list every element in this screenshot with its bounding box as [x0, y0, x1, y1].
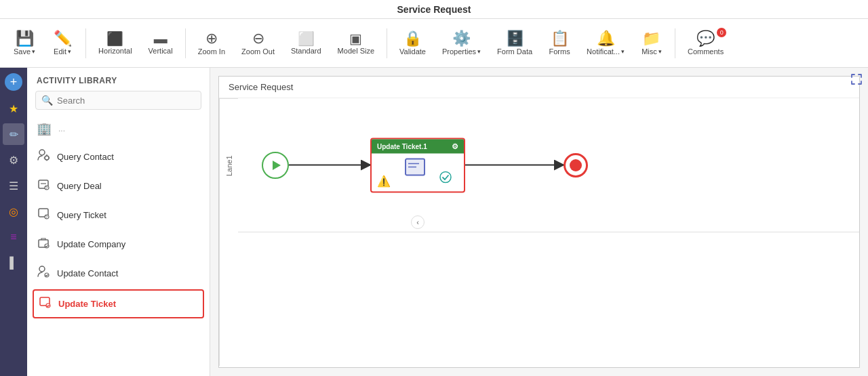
- update-company-label: Update Company: [57, 239, 125, 249]
- end-node-inner: [570, 159, 582, 171]
- model-size-icon: ▣: [349, 32, 362, 45]
- rail-circle-icon[interactable]: ◎: [3, 201, 24, 222]
- edit-icon: ✏️: [54, 31, 72, 46]
- lane2-label: [219, 232, 238, 366]
- sidebar-item-query-ticket[interactable]: ? Query Ticket: [27, 201, 210, 230]
- validate-icon: 🔒: [403, 31, 422, 46]
- search-box[interactable]: 🔍: [35, 91, 201, 110]
- standard-icon: ⬜: [298, 32, 315, 45]
- update-ticket-label: Update Ticket: [58, 299, 116, 309]
- partial-icon: 🏢: [37, 121, 52, 136]
- svg-text:?: ?: [45, 215, 48, 220]
- form-data-icon: 🗄️: [506, 31, 524, 46]
- sidebar-item-update-contact[interactable]: Update Contact: [27, 259, 210, 288]
- sidebar-item-query-contact[interactable]: Query Contact: [27, 142, 210, 171]
- notifications-button[interactable]: 🔔 Notificat... ▾: [580, 24, 631, 63]
- validate-button[interactable]: 🔒 Validate: [393, 24, 433, 63]
- activity-node-header: Update Ticket.1 ⚙: [372, 139, 464, 153]
- forms-icon: 📋: [551, 31, 569, 46]
- misc-button[interactable]: 📁 Misc ▾: [634, 24, 669, 63]
- lane2-row: [238, 232, 859, 366]
- forms-button[interactable]: 📋 Forms: [542, 24, 577, 63]
- query-contact-label: Query Contact: [57, 152, 114, 162]
- sidebar-item-partial[interactable]: 🏢 ...: [27, 115, 210, 142]
- zoom-out-icon: ⊖: [252, 31, 264, 46]
- properties-icon: ⚙️: [452, 31, 471, 46]
- update-contact-label: Update Contact: [57, 268, 118, 278]
- end-node[interactable]: [564, 153, 588, 177]
- form-data-button[interactable]: 🗄️ Form Data: [490, 24, 539, 63]
- toolbar: 💾 Save ▾ ✏️ Edit ▾ ⬛ Horizontal ▬ Vertic…: [0, 19, 868, 68]
- horizontal-icon: ⬛: [106, 32, 123, 45]
- svg-point-12: [45, 273, 49, 277]
- standard-button[interactable]: ⬜ Standard: [284, 24, 328, 63]
- lane1-label: Lane1: [219, 98, 238, 232]
- rail-star-icon[interactable]: ★: [3, 98, 24, 119]
- update-company-icon: [37, 236, 50, 253]
- svg-point-11: [39, 266, 45, 272]
- fullscreen-button[interactable]: [850, 73, 863, 89]
- comments-button[interactable]: 💬 0 Comments: [681, 24, 730, 63]
- activity-gear-icon[interactable]: ⚙: [452, 142, 458, 150]
- rail-edit-icon[interactable]: ✏: [3, 123, 24, 145]
- svg-point-14: [46, 304, 50, 308]
- sidebar-item-update-company[interactable]: Update Company: [27, 230, 210, 259]
- search-input[interactable]: [57, 96, 195, 106]
- vertical-icon: ▬: [154, 32, 167, 45]
- sidebar-header: ACTIVITY LIBRARY: [27, 68, 210, 91]
- horizontal-button[interactable]: ⬛ Horizontal: [92, 24, 139, 63]
- lane-area: Lane1: [219, 98, 859, 366]
- rail-add-icon[interactable]: +: [5, 73, 22, 91]
- rail-tag-icon[interactable]: ⚙: [3, 149, 24, 171]
- zoom-in-button[interactable]: ⊕ Zoom In: [191, 24, 232, 63]
- misc-icon: 📁: [642, 31, 660, 46]
- model-size-button[interactable]: ▣ Model Size: [331, 24, 381, 63]
- activity-node-body: ⚠️: [372, 153, 464, 191]
- properties-button[interactable]: ⚙️ Properties ▾: [435, 24, 488, 63]
- separator-4: [675, 28, 675, 58]
- search-icon: 🔍: [41, 95, 53, 106]
- query-ticket-icon: ?: [37, 207, 50, 224]
- activity-node-title: Update Ticket.1: [377, 142, 427, 150]
- flow-arrows: [238, 98, 859, 232]
- main-layout: + ★ ✏ ⚙ ☰ ◎ ≡ ▌ ACTIVITY LIBRARY 🔍 🏢 ...: [0, 68, 868, 376]
- save-button[interactable]: 💾 Save ▾: [7, 24, 42, 63]
- rail-bar-icon[interactable]: ▌: [3, 252, 24, 274]
- activity-sub-icon: [439, 171, 452, 186]
- activity-node-update-ticket[interactable]: Update Ticket.1 ⚙: [370, 138, 465, 192]
- query-deal-label: Query Deal: [57, 181, 102, 191]
- zoom-in-icon: ⊕: [205, 31, 218, 46]
- zoom-out-button[interactable]: ⊖ Zoom Out: [235, 24, 281, 63]
- sidebar: ACTIVITY LIBRARY 🔍 🏢 ...: [27, 68, 210, 376]
- warning-icon: ⚠️: [377, 174, 391, 187]
- canvas-title: Service Request: [219, 77, 859, 98]
- separator-2: [185, 28, 186, 58]
- comments-badge: 0: [717, 28, 726, 37]
- vertical-button[interactable]: ▬ Vertical: [142, 24, 180, 63]
- edit-button[interactable]: ✏️ Edit ▾: [45, 24, 80, 63]
- start-node[interactable]: [262, 152, 289, 179]
- separator-1: [85, 28, 86, 58]
- collapse-sidebar-button[interactable]: ‹: [411, 215, 425, 229]
- save-icon: 💾: [16, 31, 34, 46]
- svg-point-0: [39, 150, 45, 155]
- canvas-container: Service Request Lane1: [218, 76, 860, 368]
- page-title: Service Request: [397, 4, 471, 15]
- lane-content: Update Ticket.1 ⚙: [238, 98, 859, 366]
- svg-point-1: [45, 156, 49, 160]
- lane1-row: Update Ticket.1 ⚙: [238, 98, 859, 232]
- activity-main-icon: [404, 157, 431, 187]
- query-contact-icon: [37, 148, 50, 165]
- svg-point-10: [45, 244, 49, 248]
- update-ticket-icon: [38, 295, 52, 312]
- sidebar-list: 🏢 ... Query Contact: [27, 115, 210, 376]
- title-bar: Service Request: [0, 0, 868, 19]
- lane-labels: Lane1: [219, 98, 238, 366]
- separator-3: [387, 28, 387, 58]
- rail-list2-icon[interactable]: ≡: [3, 226, 24, 248]
- sidebar-item-query-deal[interactable]: ? Query Deal: [27, 171, 210, 201]
- update-contact-icon: [37, 265, 50, 282]
- query-deal-icon: ?: [37, 177, 50, 194]
- sidebar-item-update-ticket[interactable]: Update Ticket: [33, 289, 204, 318]
- rail-list-icon[interactable]: ☰: [3, 175, 24, 196]
